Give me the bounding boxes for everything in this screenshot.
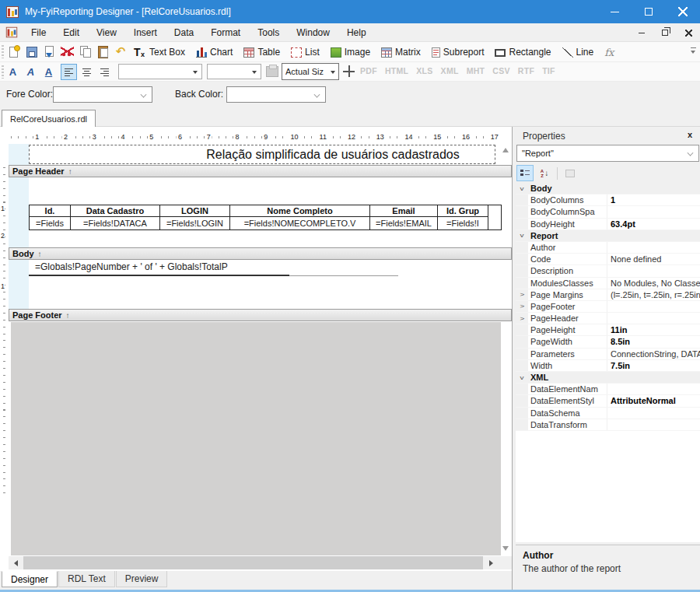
paste-button[interactable] <box>95 44 110 60</box>
export-button[interactable] <box>41 44 57 60</box>
property-row[interactable]: DataElementStyl AttributeNormal <box>516 395 700 407</box>
cut-button[interactable] <box>59 44 75 60</box>
property-value[interactable]: 1 <box>607 194 700 205</box>
insert-toolbar-button[interactable]: Line <box>558 44 598 61</box>
table-header-cell[interactable]: Data Cadastro <box>71 205 159 217</box>
menu-item[interactable]: File <box>23 24 54 41</box>
table-header-cell[interactable]: Id. <box>30 205 70 217</box>
table-header-cell[interactable]: Id. Grup <box>438 205 488 217</box>
menu-item[interactable]: View <box>88 24 125 41</box>
print-icon[interactable] <box>266 66 278 77</box>
menu-item[interactable]: Format <box>202 24 249 41</box>
property-row[interactable]: DataTransform <box>516 419 700 431</box>
font-size-select[interactable] <box>207 64 261 79</box>
menu-item[interactable]: Insert <box>125 24 166 41</box>
align-left-button[interactable] <box>61 64 77 80</box>
property-row[interactable]: Parameters ConnectionString, DATA, <box>516 349 700 360</box>
view-tab[interactable]: Designer <box>2 571 58 587</box>
property-row[interactable]: > PageHeader <box>516 313 700 324</box>
property-value[interactable]: 11in <box>607 324 700 335</box>
properties-close-icon[interactable]: x <box>688 130 692 139</box>
property-value[interactable]: No Modules, No Classes defined <box>607 278 700 289</box>
scrollbar-thumb[interactable] <box>23 556 483 569</box>
insert-toolbar-button[interactable]: Table <box>240 44 284 61</box>
font-style-button[interactable]: A <box>5 64 21 80</box>
property-row[interactable]: DataSchema <box>516 408 700 419</box>
mdi-restore-button[interactable] <box>660 26 670 39</box>
property-value[interactable]: 8.5in <box>607 336 700 347</box>
zoom-in-icon[interactable] <box>343 65 355 77</box>
minimize-button[interactable] <box>597 0 632 23</box>
menu-item[interactable]: Data <box>166 24 202 41</box>
property-value[interactable] <box>607 242 700 253</box>
font-style-button[interactable]: A <box>40 64 57 80</box>
save-button[interactable] <box>23 44 39 60</box>
export-format-label[interactable]: TIF <box>542 66 555 75</box>
property-row[interactable]: ModulesClasses No Modules, No Classes de… <box>516 278 700 289</box>
align-center-button[interactable] <box>79 64 95 80</box>
table-value-cell[interactable]: =Fields!I <box>438 217 488 229</box>
page-header-band[interactable]: Page Header ↑ <box>9 165 512 177</box>
view-tab[interactable]: Preview <box>116 571 168 587</box>
property-row[interactable]: Code None defined <box>516 254 700 265</box>
property-row[interactable]: BodyColumnSpa <box>516 206 700 218</box>
insert-toolbar-button[interactable]: Chart <box>192 44 236 61</box>
property-row[interactable]: > PageFooter <box>516 301 700 313</box>
property-row[interactable]: > Page Margins (l=.25in, t=.25in, r=.25i… <box>516 289 700 301</box>
property-value[interactable] <box>607 313 700 324</box>
insert-toolbar-button[interactable]: Subreport <box>428 44 488 61</box>
property-row[interactable]: BodyHeight 63.4pt <box>516 219 700 230</box>
property-row[interactable]: Width 7.5in <box>516 360 700 372</box>
property-row[interactable]: v Body <box>516 183 700 194</box>
property-value[interactable] <box>607 419 700 430</box>
fore-color-select[interactable] <box>53 86 152 103</box>
table-value-cell[interactable]: =Fields!DATACA <box>71 217 159 229</box>
property-row[interactable]: PageWidth 8.5in <box>516 336 700 348</box>
property-value[interactable]: AttributeNormal <box>607 395 700 406</box>
body-band[interactable]: Body ↑ <box>9 247 512 260</box>
insert-toolbar-button[interactable]: Text Box <box>130 44 189 61</box>
property-row[interactable]: BodyColumns 1 <box>516 194 700 206</box>
property-row[interactable]: PageHeight 11in <box>516 324 700 336</box>
maximize-button[interactable] <box>632 0 666 23</box>
export-format-label[interactable]: CSV <box>492 66 510 75</box>
toolbar-overflow-icon[interactable] <box>690 47 697 55</box>
copy-button[interactable] <box>77 44 93 60</box>
menu-item[interactable]: Window <box>288 24 338 41</box>
property-pages-button[interactable] <box>562 165 579 181</box>
horizontal-scrollbar[interactable] <box>9 556 512 569</box>
property-value[interactable]: None defined <box>607 254 700 264</box>
menu-item[interactable]: Edit <box>54 24 88 41</box>
zoom-select[interactable]: Actual Siz <box>282 63 339 80</box>
table-value-cell[interactable]: =Fields <box>30 217 70 229</box>
menu-item[interactable]: Tools <box>249 24 288 41</box>
scroll-right-button[interactable] <box>484 556 498 569</box>
export-format-label[interactable]: RTF <box>518 66 534 75</box>
back-color-select[interactable] <box>226 86 326 103</box>
property-row[interactable]: v XML <box>516 372 700 384</box>
mdi-close-button[interactable] <box>683 26 694 39</box>
page-footer-section[interactable] <box>11 322 501 555</box>
menu-item[interactable]: Help <box>338 24 375 41</box>
table-header-cell[interactable]: Email <box>370 205 437 217</box>
categorized-button[interactable] <box>516 165 534 181</box>
property-row[interactable]: Description <box>516 265 700 277</box>
object-selector[interactable]: "Report" <box>516 145 699 162</box>
scroll-left-button[interactable] <box>9 556 23 569</box>
page-footer-band[interactable]: Page Footer ↑ <box>9 309 512 321</box>
property-row[interactable]: Author <box>516 242 700 254</box>
property-value[interactable]: 63.4pt <box>607 219 700 229</box>
close-button[interactable] <box>666 0 700 23</box>
document-tab[interactable]: RelCoreUsuarios.rdl <box>2 110 96 127</box>
scroll-down-icon[interactable] <box>502 546 509 551</box>
property-value[interactable]: (l=.25in, t=.25in, r=.25in, b=.25in) <box>607 289 700 300</box>
view-tab[interactable]: RDL Text <box>58 571 115 587</box>
table-header-cell[interactable]: Nome Completo <box>230 205 369 217</box>
font-style-button[interactable]: A <box>23 64 39 80</box>
property-row[interactable]: DataElementNam <box>516 384 700 395</box>
scroll-up-icon[interactable] <box>502 148 509 152</box>
undo-button[interactable]: ↶ <box>113 44 128 60</box>
table-header-cell[interactable]: LOGIN <box>160 205 229 217</box>
mdi-minimize-button[interactable] <box>636 26 647 39</box>
insert-toolbar-button[interactable]: Matrix <box>377 44 425 61</box>
